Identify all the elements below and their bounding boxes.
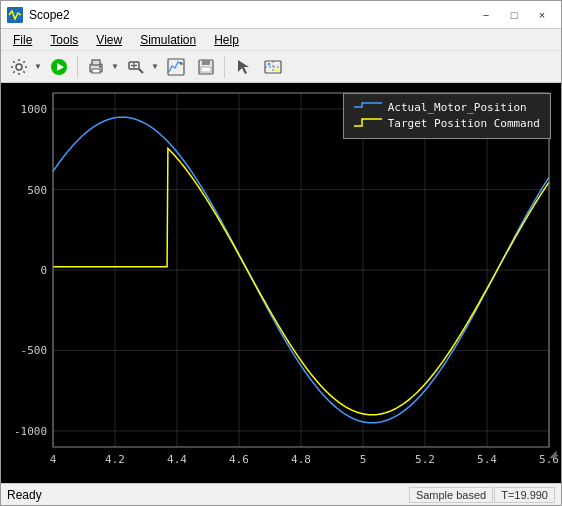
close-button[interactable]: × <box>529 5 555 25</box>
toolbar-separator-2 <box>224 56 225 78</box>
menu-bar: File Tools View Simulation Help <box>1 29 561 51</box>
maximize-button[interactable]: □ <box>501 5 527 25</box>
gear-icon <box>10 58 28 76</box>
print-icon <box>87 58 105 76</box>
save-button[interactable] <box>192 54 220 80</box>
menu-tools[interactable]: Tools <box>42 31 86 49</box>
svg-rect-7 <box>99 66 101 68</box>
title-left: Scope2 <box>7 7 70 23</box>
menu-simulation[interactable]: Simulation <box>132 31 204 49</box>
legend-line-target <box>354 116 382 130</box>
save-icon <box>197 58 215 76</box>
settings-toolbar-group: ▼ <box>5 54 43 80</box>
toolbar: ▼ ▼ <box>1 51 561 83</box>
print-button[interactable] <box>82 54 110 80</box>
menu-file[interactable]: File <box>5 31 40 49</box>
print-toolbar-group: ▼ <box>82 54 120 80</box>
minimize-button[interactable]: − <box>473 5 499 25</box>
status-right: Sample based T=19.990 <box>409 487 555 503</box>
svg-point-1 <box>16 64 22 70</box>
autoscale-button[interactable] <box>162 54 190 80</box>
svg-point-20 <box>268 62 271 65</box>
plot-area[interactable]: Actual_Motor_Position Target Position Co… <box>1 83 561 483</box>
svg-point-21 <box>276 68 279 71</box>
autoscale-icon <box>167 58 185 76</box>
svg-rect-15 <box>201 67 211 72</box>
svg-line-11 <box>139 69 143 73</box>
legend-item-actual: Actual_Motor_Position <box>354 100 540 114</box>
play-icon <box>50 58 68 76</box>
menu-help[interactable]: Help <box>206 31 247 49</box>
play-button[interactable] <box>45 54 73 80</box>
resize-grip[interactable]: ◢ <box>545 445 561 461</box>
legend-line-actual <box>354 100 382 114</box>
legend-label-target: Target Position Command <box>388 117 540 130</box>
zoom-icon <box>127 58 145 76</box>
svg-marker-16 <box>238 60 249 74</box>
title-bar: Scope2 − □ × <box>1 1 561 29</box>
svg-rect-14 <box>202 60 210 65</box>
legend-label-actual: Actual_Motor_Position <box>388 101 527 114</box>
zoom-toolbar-group: ▼ <box>122 54 160 80</box>
settings-dropdown-arrow[interactable]: ▼ <box>33 54 43 80</box>
scope-canvas <box>1 83 561 483</box>
window-controls: − □ × <box>473 5 555 25</box>
svg-rect-5 <box>92 60 100 65</box>
print-dropdown-arrow[interactable]: ▼ <box>110 54 120 80</box>
zoom-button[interactable] <box>122 54 150 80</box>
time-badge: T=19.990 <box>494 487 555 503</box>
status-ready: Ready <box>7 488 409 502</box>
scope-window: Scope2 − □ × File Tools View Simulation … <box>0 0 562 506</box>
svg-rect-6 <box>92 69 100 73</box>
cursor-button[interactable] <box>229 54 257 80</box>
scope-settings-button[interactable] <box>259 54 287 80</box>
zoom-dropdown-arrow[interactable]: ▼ <box>150 54 160 80</box>
legend-item-target: Target Position Command <box>354 116 540 130</box>
sample-based-badge: Sample based <box>409 487 493 503</box>
toolbar-separator-1 <box>77 56 78 78</box>
settings-button[interactable] <box>5 54 33 80</box>
legend: Actual_Motor_Position Target Position Co… <box>343 93 551 139</box>
cursor-icon <box>234 58 252 76</box>
scope-icon <box>7 7 23 23</box>
window-title: Scope2 <box>29 8 70 22</box>
scope-settings-icon <box>264 58 282 76</box>
status-bar: Ready Sample based T=19.990 <box>1 483 561 505</box>
menu-view[interactable]: View <box>88 31 130 49</box>
